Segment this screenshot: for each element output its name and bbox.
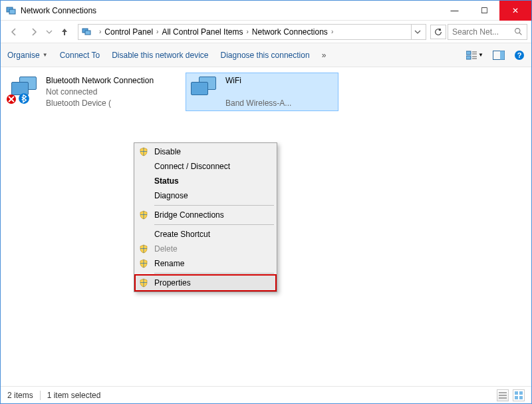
menu-rename[interactable]: Rename (136, 256, 275, 271)
connect-to-button[interactable]: Connect To (60, 51, 100, 60)
breadcrumb-segment[interactable]: Network Connections (252, 27, 328, 37)
view-options-button[interactable]: ▼ (466, 51, 483, 60)
item-status: Not connected (46, 87, 154, 98)
wifi-network-icon (188, 75, 220, 102)
svg-rect-13 (500, 51, 505, 59)
details-view-button[interactable] (497, 389, 509, 401)
chevron-right-icon[interactable]: › (99, 28, 101, 35)
item-count: 2 items (7, 391, 33, 400)
command-bar: Organise▼ Connect To Disable this networ… (1, 43, 531, 67)
item-name: Bluetooth Network Connection (46, 75, 154, 87)
minimize-button[interactable]: — (440, 1, 469, 21)
organise-menu[interactable]: Organise▼ (7, 51, 48, 60)
menu-connect[interactable]: Connect / Disconnect (136, 159, 275, 174)
recent-locations-button[interactable] (45, 24, 54, 40)
overflow-button[interactable]: » (322, 51, 327, 60)
chevron-right-icon[interactable]: › (156, 28, 158, 35)
address-dropdown-button[interactable] (411, 25, 423, 39)
selection-count: 1 item selected (47, 391, 101, 400)
menu-bridge[interactable]: Bridge Connections (136, 208, 275, 222)
menu-separator (154, 273, 274, 274)
address-bar[interactable]: › Control Panel › All Control Panel Item… (78, 24, 426, 40)
forward-button[interactable] (25, 24, 43, 40)
icons-view-button[interactable] (513, 389, 525, 401)
back-button[interactable] (5, 24, 23, 40)
menu-delete: Delete (136, 242, 275, 256)
svg-rect-3 (85, 31, 90, 35)
location-icon (81, 26, 93, 38)
search-placeholder: Search Net... (452, 27, 499, 37)
help-button[interactable]: ? (514, 50, 525, 61)
search-icon (514, 27, 523, 36)
menu-separator (154, 224, 274, 225)
breadcrumb-segment[interactable]: All Control Panel Items (162, 27, 243, 37)
title-bar: Network Connections — ☐ ✕ (1, 1, 531, 21)
menu-separator (154, 205, 274, 206)
close-button[interactable]: ✕ (499, 1, 531, 21)
menu-disable[interactable]: Disable (136, 144, 275, 159)
network-item-wifi[interactable]: WiFi Band Wireless-A... (186, 73, 338, 111)
chevron-right-icon[interactable]: › (331, 28, 333, 35)
item-name: WiFi (225, 75, 291, 87)
search-input[interactable]: Search Net... (448, 24, 527, 40)
shield-icon (138, 210, 149, 220)
bluetooth-network-icon (9, 75, 41, 102)
svg-rect-1 (9, 9, 15, 14)
svg-rect-6 (466, 51, 471, 55)
status-bar: 2 items 1 item selected (1, 386, 531, 403)
item-device: Band Wireless-A... (225, 98, 291, 109)
svg-rect-24 (519, 391, 523, 395)
menu-status[interactable]: Status (136, 174, 275, 188)
item-device-line2 (225, 87, 291, 98)
context-menu: Disable Connect / Disconnect Status Diag… (134, 142, 277, 292)
refresh-button[interactable] (430, 25, 446, 39)
app-icon (6, 5, 17, 16)
svg-rect-23 (515, 391, 518, 395)
shield-icon (138, 278, 149, 288)
svg-rect-26 (519, 396, 523, 399)
window-title: Network Connections (21, 6, 440, 15)
shield-icon (138, 146, 149, 157)
menu-create-shortcut[interactable]: Create Shortcut (136, 227, 275, 242)
menu-properties[interactable]: Properties (136, 276, 275, 290)
diagnose-button[interactable]: Diagnose this connection (221, 51, 310, 60)
address-bar-row: › Control Panel › All Control Panel Item… (1, 21, 531, 43)
menu-diagnose[interactable]: Diagnose (136, 188, 275, 203)
svg-line-5 (519, 33, 521, 35)
svg-text:?: ? (517, 51, 522, 59)
item-device: Bluetooth Device ( (46, 98, 154, 109)
shield-icon (138, 258, 149, 269)
up-button[interactable] (55, 24, 74, 40)
content-area: Bluetooth Network Connection Not connect… (1, 67, 531, 386)
svg-rect-9 (466, 56, 471, 59)
svg-point-4 (515, 29, 520, 33)
network-item-bluetooth[interactable]: Bluetooth Network Connection Not connect… (6, 73, 172, 111)
chevron-right-icon[interactable]: › (246, 28, 248, 35)
disable-device-button[interactable]: Disable this network device (112, 51, 208, 60)
preview-pane-button[interactable] (493, 51, 505, 60)
breadcrumb-segment[interactable]: Control Panel (104, 27, 153, 37)
svg-rect-25 (515, 396, 518, 399)
shield-icon (138, 244, 149, 254)
maximize-button[interactable]: ☐ (469, 1, 499, 21)
